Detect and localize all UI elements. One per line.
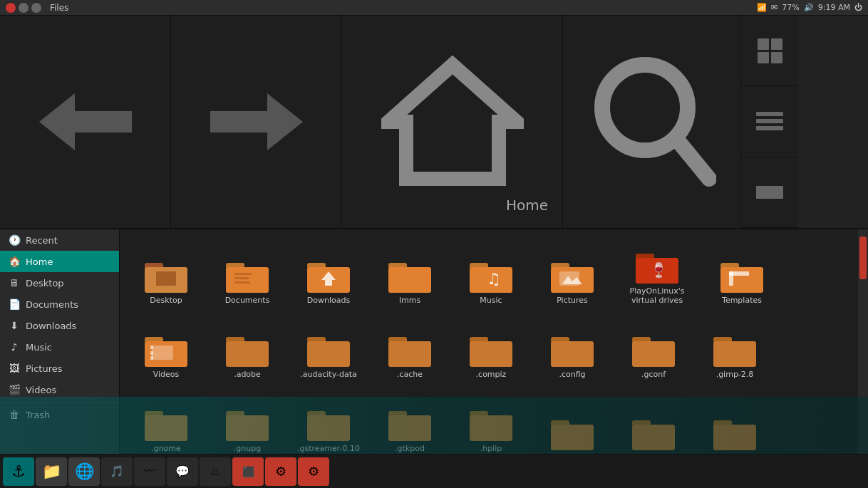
compact-view-button[interactable] (741, 157, 798, 228)
svg-rect-63 (551, 425, 594, 450)
sidebar-label-music: Music (26, 342, 52, 353)
file-gnupg[interactable]: .gnupg (208, 385, 286, 454)
svg-rect-57 (307, 415, 350, 441)
file-label-cache: .cache (397, 370, 423, 379)
file-gimp[interactable]: .gimp-2.8 (696, 311, 774, 382)
scrollbar[interactable] (858, 229, 868, 454)
taskbar-music-player-app[interactable]: 🎵 (101, 457, 133, 486)
taskbar-settings-app[interactable]: ⚙ (265, 457, 296, 486)
sidebar-separator (0, 402, 119, 403)
home-button[interactable]: Home (342, 16, 563, 228)
taskbar-settings2-app[interactable]: ⚙ (298, 457, 329, 486)
audio-icon: 〰 (144, 464, 155, 478)
back-button[interactable] (0, 16, 171, 228)
svg-rect-43 (388, 341, 431, 367)
file-label-playonlinux: PlayOnLinux's virtual drives (620, 286, 695, 305)
file-label-documents: Documents (225, 296, 270, 305)
sidebar-label-videos: Videos (26, 385, 56, 395)
file-gtkpod[interactable]: .gtkpod (371, 385, 449, 454)
file-label-adobe: .adobe (234, 370, 261, 379)
file-downloads[interactable]: Downloads (289, 237, 368, 308)
sidebar-label-trash: Trash (26, 410, 50, 420)
file-adobe[interactable]: .adobe (208, 311, 286, 382)
file-extra2[interactable] (614, 385, 693, 454)
search-button[interactable] (563, 16, 741, 228)
file-label-desktop: Desktop (150, 296, 182, 305)
taskbar-terminal-app[interactable]: ⬛ (232, 457, 264, 486)
file-audacity[interactable]: .audacity-data (289, 311, 368, 382)
sidebar-item-videos[interactable]: 🎬 Videos (0, 379, 119, 400)
file-compiz[interactable]: .compiz (452, 311, 530, 382)
list-view-button[interactable] (741, 86, 798, 157)
sidebar-item-recent[interactable]: 🕐 Recent (0, 229, 119, 251)
file-config[interactable]: .config (533, 311, 611, 382)
taskbar-chat-app[interactable]: 💬 (167, 457, 198, 486)
sidebar-item-home[interactable]: 🏠 Home (0, 251, 119, 272)
file-cache[interactable]: .cache (371, 311, 449, 382)
file-label-templates: Templates (722, 296, 762, 305)
file-desktop[interactable]: Desktop (127, 237, 205, 308)
sidebar-item-documents[interactable]: 📄 Documents (0, 294, 119, 315)
file-label-gnupg: .gnupg (234, 444, 261, 453)
file-label-hplip: .hplip (480, 444, 502, 453)
file-videos[interactable]: Videos (127, 311, 205, 382)
sidebar-item-desktop[interactable]: 🖥 Desktop (0, 272, 119, 294)
maximize-button[interactable] (31, 3, 41, 13)
svg-rect-37 (150, 356, 153, 360)
svg-rect-39 (226, 341, 269, 367)
svg-text:🍷: 🍷 (650, 261, 668, 279)
file-label-pictures: Pictures (557, 296, 588, 305)
titlebar: Files 📶 ✉ 77% 🔊 9:19 AM ⏻ (0, 0, 868, 16)
taskbar-audio-app[interactable]: 〰 (134, 457, 165, 486)
home-sidebar-icon: 🏠 (9, 256, 20, 267)
power-icon: ⏻ (854, 3, 862, 12)
settings-icon: ⚙ (275, 464, 286, 479)
file-hplip[interactable]: .hplip (452, 385, 530, 454)
file-music[interactable]: ♫ Music (452, 237, 530, 308)
file-area[interactable]: Desktop Documents Downloads (120, 229, 858, 454)
sidebar-item-downloads[interactable]: ⬇ Downloads (0, 315, 119, 336)
file-templates[interactable]: Templates (703, 237, 781, 308)
file-documents[interactable]: Documents (208, 237, 286, 308)
file-gnome[interactable]: .gnome (127, 385, 205, 454)
file-gconf[interactable]: .gconf (614, 311, 693, 382)
file-lmms[interactable]: lmms (371, 237, 449, 308)
file-gstreamer[interactable]: .gstreamer-0.10 (289, 385, 368, 454)
scrollbar-thumb[interactable] (859, 237, 867, 279)
mail-icon: ✉ (771, 3, 777, 12)
minimize-button[interactable] (19, 3, 29, 13)
svg-rect-49 (632, 341, 675, 367)
file-extra1[interactable] (533, 385, 611, 454)
taskbar-files-app[interactable]: 📁 (36, 457, 67, 486)
file-label-gconf: .gconf (641, 370, 666, 379)
forward-button[interactable] (171, 16, 342, 228)
sidebar-item-music[interactable]: ♪ Music (0, 336, 119, 358)
file-playonlinux[interactable]: 🍷 PlayOnLinux's virtual drives (614, 237, 700, 308)
system-tray: 📶 ✉ 77% 🔊 9:19 AM ⏻ (757, 3, 862, 12)
file-pictures[interactable]: Pictures (533, 237, 611, 308)
svg-rect-61 (470, 415, 512, 441)
steam-icon: ♨ (210, 464, 220, 478)
svg-rect-47 (551, 341, 594, 367)
documents-icon: 📄 (9, 298, 20, 310)
grid-view-button[interactable] (741, 16, 798, 86)
file-label-compiz: .compiz (476, 370, 507, 379)
svg-rect-12 (234, 281, 250, 284)
file-extra3[interactable] (696, 385, 774, 454)
svg-marker-0 (39, 93, 132, 150)
svg-rect-59 (388, 415, 431, 441)
file-label-videos: Videos (153, 370, 180, 379)
sidebar-label-recent: Recent (26, 235, 58, 246)
taskbar-anchor-app[interactable]: ⚓ (3, 457, 34, 486)
sidebar-item-trash[interactable]: 🗑 Trash (0, 404, 119, 425)
desktop-icon: 🖥 (9, 277, 20, 289)
sidebar-item-pictures[interactable]: 🖼 Pictures (0, 358, 119, 379)
files-icon: 📁 (42, 462, 61, 480)
taskbar: ⚓ 📁 🌐 🎵 〰 💬 ♨ ⬛ ⚙ ⚙ (0, 454, 868, 488)
taskbar-browser-app[interactable]: 🌐 (68, 457, 100, 486)
taskbar-steam-app[interactable]: ♨ (200, 457, 231, 486)
close-button[interactable] (6, 3, 16, 13)
file-label-gstreamer: .gstreamer-0.10 (297, 444, 360, 453)
file-label-gtkpod: .gtkpod (395, 444, 425, 453)
anchor-icon: ⚓ (11, 462, 26, 480)
